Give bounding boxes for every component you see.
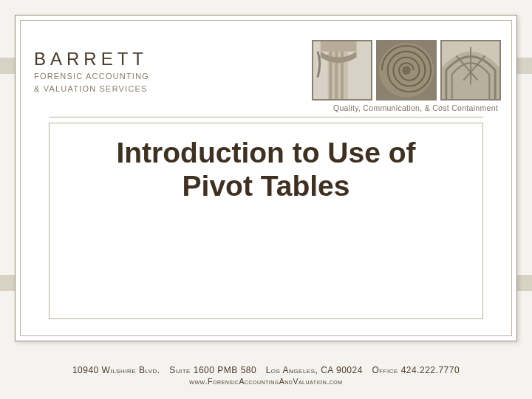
brand-block: BARRETT FORENSIC ACCOUNTING & VALUATION …	[34, 49, 149, 95]
decor-band	[517, 58, 532, 74]
svg-point-8	[402, 66, 411, 75]
slide-footer: 10940 Wilshire Blvd. Suite 1600 PMB 580 …	[0, 365, 532, 386]
slide-title: Introduction to Use of Pivot Tables	[50, 123, 482, 203]
header-divider	[49, 117, 483, 117]
decor-band	[0, 275, 15, 291]
footer-url: www.ForensicAccountingAndValuation.com	[0, 377, 532, 386]
decor-band	[0, 58, 15, 74]
slide-frame: BARRETT FORENSIC ACCOUNTING & VALUATION …	[15, 15, 517, 341]
header-photo-arch	[440, 40, 501, 100]
brand-subtitle-2: & VALUATION SERVICES	[34, 83, 149, 95]
tagline: Quality, Communication, & Cost Containme…	[333, 103, 498, 112]
slide-header: BARRETT FORENSIC ACCOUNTING & VALUATION …	[21, 35, 507, 111]
header-photo-column	[312, 40, 372, 100]
brand-subtitle-1: FORENSIC ACCOUNTING	[34, 71, 149, 82]
content-frame: Introduction to Use of Pivot Tables	[49, 123, 483, 319]
header-photo-spiral	[376, 40, 437, 100]
footer-address: 10940 Wilshire Blvd. Suite 1600 PMB 580 …	[0, 365, 532, 375]
slide-inner-frame: BARRETT FORENSIC ACCOUNTING & VALUATION …	[20, 20, 512, 336]
slide-title-line1: Introduction to Use of	[50, 137, 482, 170]
photo-strip	[312, 40, 501, 100]
slide-title-line2: Pivot Tables	[50, 170, 482, 203]
brand-name: BARRETT	[34, 49, 149, 69]
decor-band	[517, 275, 532, 291]
svg-rect-5	[321, 41, 357, 52]
